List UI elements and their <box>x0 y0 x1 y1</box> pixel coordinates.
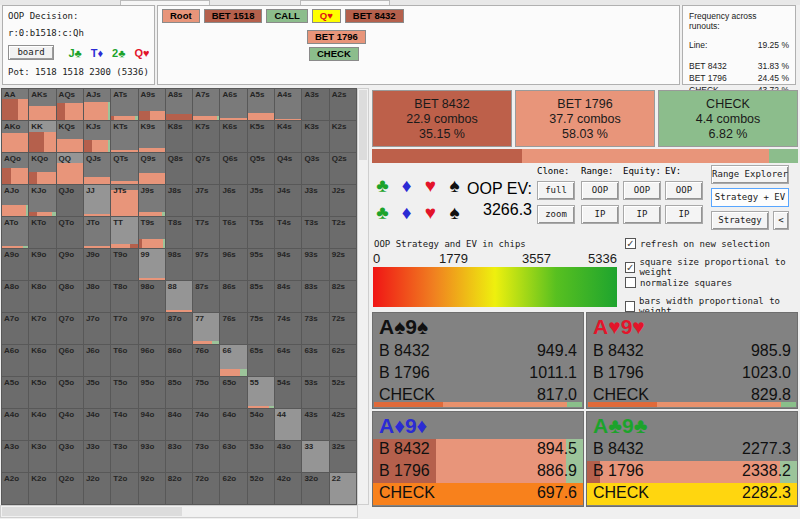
grid-cell[interactable]: 42s <box>330 409 356 440</box>
grid-cell[interactable]: A5s <box>248 89 274 120</box>
grid-cell[interactable]: T6o <box>111 345 137 376</box>
grid-cell[interactable]: 85o <box>166 377 192 408</box>
grid-cell[interactable]: KQo <box>29 153 55 184</box>
grid-cell[interactable]: QJs <box>84 153 110 184</box>
grid-cell[interactable]: 32s <box>330 441 356 472</box>
grid-vertical-scrollbar[interactable] <box>357 88 369 505</box>
grid-cell[interactable]: K4o <box>29 409 55 440</box>
grid-cell[interactable]: T9s <box>139 217 165 248</box>
grid-cell[interactable]: 87s <box>193 281 219 312</box>
control-button[interactable]: IP <box>623 205 661 224</box>
grid-cell[interactable]: 66 <box>220 345 246 376</box>
unchecked-checkbox-icon[interactable] <box>625 277 636 288</box>
grid-cell[interactable]: 82o <box>166 473 192 504</box>
grid-cell[interactable]: K6o <box>29 345 55 376</box>
control-button[interactable]: full <box>537 181 575 200</box>
view-button[interactable]: < <box>773 211 789 230</box>
grid-cell[interactable]: A7o <box>2 313 28 344</box>
grid-cell[interactable]: 75s <box>248 313 274 344</box>
view-button[interactable]: Strategy + EV <box>711 188 789 207</box>
grid-cell[interactable]: J3s <box>302 185 328 216</box>
checked-checkbox-icon[interactable]: ✓ <box>625 238 636 249</box>
breadcrumb-tab[interactable]: BET 8432 <box>345 9 404 23</box>
grid-cell[interactable]: Q3s <box>302 153 328 184</box>
action-summary-box[interactable]: BET 179637.7 combos58.03 % <box>515 90 655 147</box>
grid-cell[interactable]: KJs <box>84 121 110 152</box>
view-button[interactable]: Range Explorer <box>711 165 789 184</box>
grid-cell[interactable]: K3o <box>29 441 55 472</box>
grid-cell[interactable]: 85s <box>248 281 274 312</box>
display-option[interactable]: normalize squares <box>625 277 732 288</box>
grid-cell[interactable]: Q6o <box>57 345 83 376</box>
grid-cell[interactable]: A8o <box>2 281 28 312</box>
grid-cell[interactable]: K2s <box>330 121 356 152</box>
grid-cell[interactable]: T5o <box>111 377 137 408</box>
grid-cell[interactable]: 84s <box>275 281 301 312</box>
breadcrumb-tab[interactable]: BET 1796 <box>307 30 366 44</box>
grid-cell[interactable]: 62s <box>330 345 356 376</box>
grid-cell[interactable]: 32o <box>302 473 328 504</box>
grid-cell[interactable]: K8s <box>166 121 192 152</box>
control-button[interactable]: OOP <box>665 181 703 200</box>
grid-cell[interactable]: K9o <box>29 249 55 280</box>
grid-cell[interactable]: 43s <box>302 409 328 440</box>
grid-cell[interactable]: J6o <box>84 345 110 376</box>
action-summary-box[interactable]: BET 843222.9 combos35.15 % <box>372 90 512 147</box>
grid-cell[interactable]: K6s <box>220 121 246 152</box>
grid-cell[interactable]: TT <box>111 217 137 248</box>
grid-cell[interactable]: K5o <box>29 377 55 408</box>
grid-cell[interactable]: KTs <box>111 121 137 152</box>
grid-cell[interactable]: K8o <box>29 281 55 312</box>
diamond-icon[interactable]: ♦ <box>399 176 414 195</box>
grid-cell[interactable]: 54o <box>248 409 274 440</box>
breadcrumb-tab[interactable]: CALL <box>266 9 307 23</box>
grid-cell[interactable]: 97o <box>139 313 165 344</box>
grid-cell[interactable]: Q3o <box>57 441 83 472</box>
grid-cell[interactable]: A2o <box>2 473 28 504</box>
grid-cell[interactable]: K4s <box>275 121 301 152</box>
grid-cell[interactable]: 33 <box>302 441 328 472</box>
grid-cell[interactable]: J9o <box>84 249 110 280</box>
grid-cell[interactable]: 74s <box>275 313 301 344</box>
grid-cell[interactable]: 72o <box>193 473 219 504</box>
grid-cell[interactable]: T4s <box>275 217 301 248</box>
grid-cell[interactable]: A9o <box>2 249 28 280</box>
grid-cell[interactable]: 76s <box>220 313 246 344</box>
grid-cell[interactable]: 95s <box>248 249 274 280</box>
grid-cell[interactable]: 63o <box>220 441 246 472</box>
grid-cell[interactable]: T6s <box>220 217 246 248</box>
grid-cell[interactable]: Q4o <box>57 409 83 440</box>
breadcrumb-tab[interactable]: CHECK <box>309 47 359 61</box>
board-button[interactable]: board <box>8 45 54 60</box>
grid-cell[interactable]: A3s <box>302 89 328 120</box>
grid-cell[interactable]: 93o <box>139 441 165 472</box>
grid-cell[interactable]: 96o <box>139 345 165 376</box>
grid-cell[interactable]: J7s <box>193 185 219 216</box>
grid-cell[interactable]: T2s <box>330 217 356 248</box>
grid-cell[interactable]: Q8s <box>166 153 192 184</box>
grid-cell[interactable]: 84o <box>166 409 192 440</box>
grid-cell[interactable]: T9o <box>111 249 137 280</box>
grid-cell[interactable]: 99 <box>139 249 165 280</box>
checked-checkbox-icon[interactable]: ✓ <box>625 262 635 273</box>
control-button[interactable]: OOP <box>581 181 619 200</box>
club-icon[interactable]: ♣ <box>375 203 390 222</box>
grid-cell[interactable]: Q7s <box>193 153 219 184</box>
grid-cell[interactable]: A3o <box>2 441 28 472</box>
grid-cell[interactable]: A5o <box>2 377 28 408</box>
unchecked-checkbox-icon[interactable] <box>625 301 635 312</box>
grid-cell[interactable]: J3o <box>84 441 110 472</box>
grid-cell[interactable]: J4s <box>275 185 301 216</box>
grid-cell[interactable]: 77 <box>193 313 219 344</box>
grid-cell[interactable]: J7o <box>84 313 110 344</box>
grid-cell[interactable]: QQ <box>57 153 83 184</box>
grid-cell[interactable]: A6o <box>2 345 28 376</box>
grid-cell[interactable]: A4s <box>275 89 301 120</box>
grid-cell[interactable]: 83o <box>166 441 192 472</box>
grid-cell[interactable]: Q5s <box>248 153 274 184</box>
grid-cell[interactable]: ATo <box>2 217 28 248</box>
grid-cell[interactable]: 63s <box>302 345 328 376</box>
grid-cell[interactable]: 65o <box>220 377 246 408</box>
grid-cell[interactable]: 87o <box>166 313 192 344</box>
grid-cell[interactable]: 64o <box>220 409 246 440</box>
